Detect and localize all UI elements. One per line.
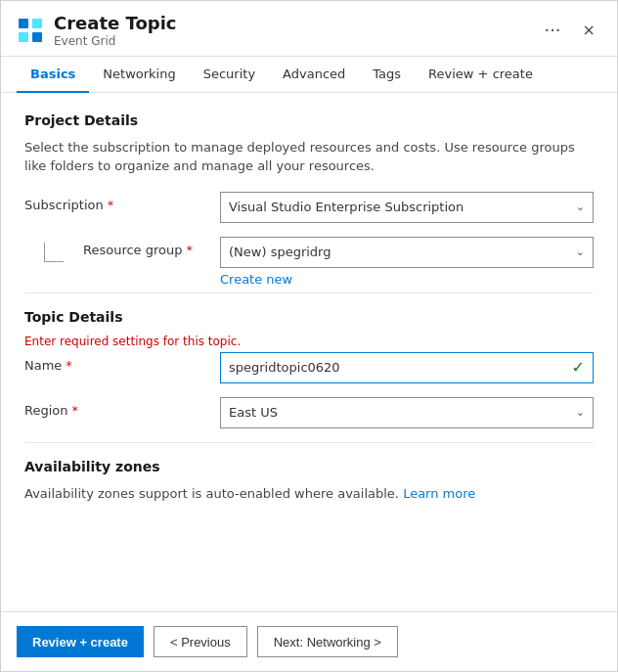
- resource-group-select[interactable]: (New) spegridrg ⌄: [220, 237, 594, 268]
- title-group: Create Topic Event Grid: [54, 13, 538, 48]
- tab-networking[interactable]: Networking: [89, 57, 189, 93]
- rg-bracket-decoration: [44, 243, 64, 262]
- rg-required: *: [187, 243, 194, 257]
- name-input[interactable]: spegridtopic0620 ✓: [220, 352, 594, 383]
- tabs-bar: Basics Networking Security Advanced Tags…: [1, 57, 617, 93]
- topic-details-title: Topic Details: [24, 309, 594, 325]
- subscription-control-col: Visual Studio Enterprise Subscription ⌄: [220, 192, 594, 223]
- topic-required-note: Enter required settings for this topic.: [24, 335, 594, 348]
- name-valid-icon: ✓: [572, 358, 585, 377]
- resource-group-control-col: (New) spegridrg ⌄ Create new: [220, 237, 594, 287]
- subscription-label-col: Subscription *: [24, 192, 220, 212]
- review-create-button[interactable]: Review + create: [17, 626, 144, 657]
- region-control-col: East US ⌄: [220, 397, 594, 428]
- project-details-description: Select the subscription to manage deploy…: [24, 138, 594, 176]
- tab-security[interactable]: Security: [190, 57, 269, 93]
- availability-zones-section: Availability zones Availability zones su…: [24, 459, 594, 504]
- header-ellipsis-button[interactable]: ···: [538, 18, 566, 42]
- previous-button[interactable]: < Previous: [154, 626, 247, 657]
- event-grid-icon: [17, 17, 44, 44]
- rg-chevron-icon: ⌄: [576, 246, 585, 258]
- region-chevron-icon: ⌄: [576, 406, 585, 419]
- next-networking-button[interactable]: Next: Networking >: [257, 626, 398, 657]
- region-select[interactable]: East US ⌄: [220, 397, 594, 428]
- tab-advanced[interactable]: Advanced: [269, 57, 359, 93]
- name-field-row: Name * spegridtopic0620 ✓: [24, 352, 594, 383]
- subscription-field-row: Subscription * Visual Studio Enterprise …: [24, 192, 594, 223]
- resource-group-label: Resource group *: [83, 243, 220, 257]
- create-topic-window: Create Topic Event Grid ··· × Basics Net…: [0, 0, 618, 672]
- subscription-chevron-icon: ⌄: [576, 201, 585, 213]
- tab-review-create[interactable]: Review + create: [415, 57, 547, 93]
- availability-zones-note: Availability zones support is auto-enabl…: [24, 484, 594, 504]
- svg-rect-2: [19, 32, 28, 42]
- tab-basics[interactable]: Basics: [17, 57, 89, 93]
- create-new-rg-link[interactable]: Create new: [220, 272, 292, 287]
- window-title: Create Topic: [54, 13, 538, 34]
- form-content: Project Details Select the subscription …: [1, 93, 617, 611]
- window-header: Create Topic Event Grid ··· ×: [1, 1, 617, 57]
- subscription-select[interactable]: Visual Studio Enterprise Subscription ⌄: [220, 192, 594, 223]
- svg-rect-1: [32, 19, 42, 28]
- region-field-row: Region * East US ⌄: [24, 397, 594, 428]
- name-control-col: spegridtopic0620 ✓: [220, 352, 594, 383]
- region-label-col: Region *: [24, 397, 220, 418]
- region-label: Region *: [24, 403, 220, 418]
- learn-more-link[interactable]: Learn more: [403, 486, 475, 501]
- svg-rect-3: [32, 32, 42, 42]
- name-required: *: [66, 358, 72, 373]
- window-subtitle: Event Grid: [54, 34, 538, 48]
- tab-tags[interactable]: Tags: [359, 57, 415, 93]
- svg-rect-0: [19, 19, 28, 28]
- rg-indent: [24, 237, 83, 262]
- section-divider-1: [24, 292, 594, 293]
- subscription-required: *: [108, 198, 114, 212]
- topic-details-section: Topic Details Enter required settings fo…: [24, 309, 594, 428]
- name-label-col: Name *: [24, 352, 220, 373]
- name-label: Name *: [24, 358, 220, 373]
- footer: Review + create < Previous Next: Network…: [1, 611, 617, 671]
- resource-group-label-col: Resource group *: [83, 237, 220, 257]
- header-actions: ··· ×: [538, 18, 601, 42]
- close-button[interactable]: ×: [577, 21, 601, 40]
- project-details-section: Project Details Select the subscription …: [24, 112, 594, 287]
- availability-zones-title: Availability zones: [24, 459, 594, 474]
- resource-group-field-row: Resource group * (New) spegridrg ⌄ Creat…: [24, 237, 594, 287]
- subscription-label: Subscription *: [24, 198, 220, 212]
- section-divider-2: [24, 442, 594, 443]
- project-details-title: Project Details: [24, 112, 594, 128]
- region-required: *: [72, 403, 79, 418]
